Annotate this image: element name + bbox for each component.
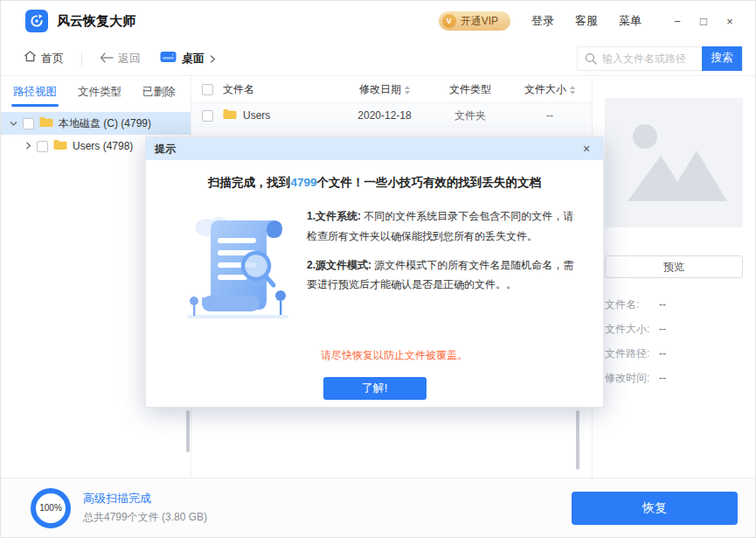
column-header-size-label: 文件大小 (524, 82, 566, 97)
detail-row-modified-time: 修改时间: -- (605, 366, 743, 390)
scan-status: 高级扫描完成 总共4799个文件 (3.80 GB) (83, 491, 207, 525)
file-details: 文件名: -- 文件大小: -- 文件路径: -- 修改时间: -- (605, 292, 743, 390)
file-count: 4799 (290, 176, 316, 189)
select-all-checkbox[interactable] (202, 84, 213, 95)
sort-icon[interactable] (570, 86, 575, 94)
column-header-date[interactable]: 修改日期 (336, 82, 433, 97)
scan-progress-ring: 100% (31, 488, 71, 528)
bottom-bar: 100% 高级扫描完成 总共4799个文件 (3.80 GB) 恢复 (1, 478, 755, 537)
file-name: Users (243, 109, 270, 122)
search-icon (578, 52, 599, 65)
sort-icon[interactable] (405, 86, 410, 94)
column-header-name[interactable]: 文件名 (223, 82, 336, 97)
drive-icon (160, 51, 177, 66)
column-header-size[interactable]: 文件大小 (508, 82, 592, 97)
detail-label: 文件大小: (605, 322, 659, 337)
left-panel-scrollbar[interactable] (186, 410, 190, 452)
document-search-illustration (183, 203, 293, 338)
chevron-right-icon[interactable] (25, 140, 31, 152)
minimize-icon[interactable]: − (668, 15, 687, 28)
chevron-down-icon[interactable] (10, 117, 17, 129)
preview-panel: 预览 文件名: -- 文件大小: -- 文件路径: -- 修改时间: -- (593, 77, 755, 478)
back-arrow-icon (100, 51, 114, 66)
search-button[interactable]: 搜索 (702, 46, 742, 71)
home-icon (24, 50, 37, 66)
dialog-tips: 1.文件系统: 不同的文件系统目录下会包含不同的文件，请检查所有文件夹以确保能找… (307, 203, 582, 338)
dialog-title: 提示 (155, 142, 176, 157)
detail-row-filesize: 文件大小: -- (605, 317, 743, 341)
detail-value: -- (659, 347, 666, 360)
dialog-ok-button[interactable]: 了解! (323, 377, 427, 400)
preview-button[interactable]: 预览 (605, 255, 743, 278)
scan-complete-dialog: 提示 × 扫描完成，找到4799个文件！一些小技巧有效的找到丢失的文档 (145, 136, 604, 408)
app-window: 风云恢复大师 V 开通VIP 登录 客服 菜单 − □ × 首页 (0, 0, 756, 538)
column-header-type[interactable]: 文件类型 (433, 82, 508, 97)
tip-source-file-mode: 2.源文件模式: 源文件模式下的所有文件名是随机命名，需要进行预览后才能确认是否… (307, 255, 582, 296)
detail-value: -- (659, 298, 666, 311)
login-link[interactable]: 登录 (531, 13, 554, 29)
maximize-icon[interactable]: □ (694, 15, 713, 28)
row-checkbox[interactable] (202, 110, 213, 122)
back-button[interactable]: 返回 (100, 51, 141, 66)
home-button[interactable]: 首页 (24, 50, 64, 66)
titlebar-right: V 开通VIP 登录 客服 菜单 − □ × (439, 11, 739, 31)
folder-icon (223, 108, 237, 122)
detail-label: 文件名: (605, 297, 659, 312)
table-header: 文件名 修改日期 文件类型 文件大小 (191, 77, 592, 103)
tip-label: 2.源文件模式: (307, 259, 371, 271)
file-size: -- (508, 109, 592, 122)
detail-value: -- (659, 323, 666, 335)
detail-row-filename: 文件名: -- (605, 292, 743, 317)
breadcrumb[interactable]: 桌面 (160, 51, 216, 66)
back-label: 返回 (118, 51, 141, 66)
tab-deleted[interactable]: 已删除 (132, 77, 186, 107)
dialog-warning: 请尽快恢复以防止文件被覆盖。 (321, 348, 603, 363)
scan-summary-text: 总共4799个文件 (3.80 GB) (83, 510, 207, 525)
progress-percent: 100% (39, 503, 62, 513)
app-logo-icon (25, 10, 48, 32)
detail-label: 修改时间: (605, 371, 659, 386)
toolbar: 首页 返回 桌面 (1, 41, 755, 76)
column-header-name-label: 文件名 (223, 82, 254, 97)
search-box: 搜索 (577, 46, 743, 71)
table-scrollbar[interactable] (576, 410, 579, 470)
tree-item-label: 本地磁盘 (C) (4799) (59, 116, 151, 131)
tab-file-type[interactable]: 文件类型 (67, 77, 132, 107)
tree-checkbox[interactable] (37, 141, 48, 152)
tree-checkbox[interactable] (23, 118, 34, 129)
file-type: 文件夹 (433, 108, 508, 123)
titlebar: 风云恢复大师 V 开通VIP 登录 客服 菜单 − □ × (1, 1, 755, 41)
file-date: 2020-12-18 (336, 109, 433, 122)
table-row[interactable]: Users 2020-12-18 文件夹 -- (191, 103, 592, 128)
folder-icon (53, 139, 67, 153)
window-controls: − □ × (661, 15, 739, 28)
scan-status-text: 高级扫描完成 (83, 491, 207, 507)
menu-link[interactable]: 菜单 (619, 13, 642, 29)
vip-button[interactable]: V 开通VIP (439, 11, 510, 31)
search-input[interactable] (599, 52, 702, 65)
close-icon[interactable]: × (720, 15, 739, 28)
column-header-date-label: 修改日期 (359, 82, 401, 97)
customer-service-link[interactable]: 客服 (575, 13, 598, 29)
dialog-content: 1.文件系统: 不同的文件系统目录下会包含不同的文件，请检查所有文件夹以确保能找… (146, 191, 603, 338)
left-panel-tabs: 路径视图 文件类型 已删除 (1, 77, 191, 107)
tip-file-system: 1.文件系统: 不同的文件系统目录下会包含不同的文件，请检查所有文件夹以确保能找… (307, 206, 582, 247)
app-title: 风云恢复大师 (57, 13, 135, 30)
breadcrumb-label: 桌面 (182, 51, 205, 66)
vip-button-label: 开通VIP (461, 14, 498, 29)
tip-label: 1.文件系统: (307, 210, 361, 222)
detail-row-filepath: 文件路径: -- (605, 341, 743, 366)
vip-badge-icon: V (442, 14, 456, 28)
detail-label: 文件路径: (605, 346, 659, 361)
toolbar-divider (81, 52, 82, 66)
heading-pre: 扫描完成，找到 (208, 176, 291, 189)
tree-item-local-disk-c[interactable]: 本地磁盘 (C) (4799) (1, 112, 191, 135)
recover-button[interactable]: 恢复 (572, 492, 738, 525)
tab-path-view[interactable]: 路径视图 (3, 77, 67, 107)
dialog-close-icon[interactable]: × (579, 142, 594, 156)
preview-placeholder (605, 98, 743, 227)
dialog-heading: 扫描完成，找到4799个文件！一些小技巧有效的找到丢失的文档 (146, 175, 603, 191)
dialog-titlebar: 提示 × (146, 137, 603, 160)
tree-item-label: Users (4798) (73, 140, 133, 152)
folder-icon (39, 116, 53, 130)
